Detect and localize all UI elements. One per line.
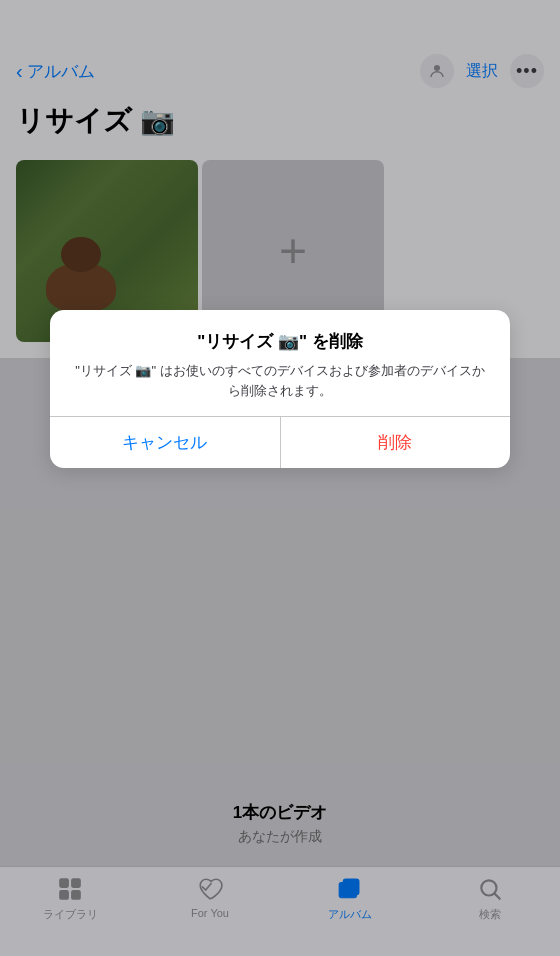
alert-message: "リサイズ 📷" はお使いのすべてのデバイスおよび参加者のデバイスから削除されま… <box>74 361 486 400</box>
delete-button[interactable]: 削除 <box>281 417 511 468</box>
alert-body: "リサイズ 📷" を削除 "リサイズ 📷" はお使いのすべてのデバイスおよび参加… <box>50 310 510 416</box>
alert-title: "リサイズ 📷" を削除 <box>74 330 486 353</box>
cancel-button[interactable]: キャンセル <box>50 417 280 468</box>
alert-dialog: "リサイズ 📷" を削除 "リサイズ 📷" はお使いのすべてのデバイスおよび参加… <box>50 310 510 468</box>
modal-overlay <box>0 0 560 956</box>
alert-buttons: キャンセル 削除 <box>50 417 510 468</box>
